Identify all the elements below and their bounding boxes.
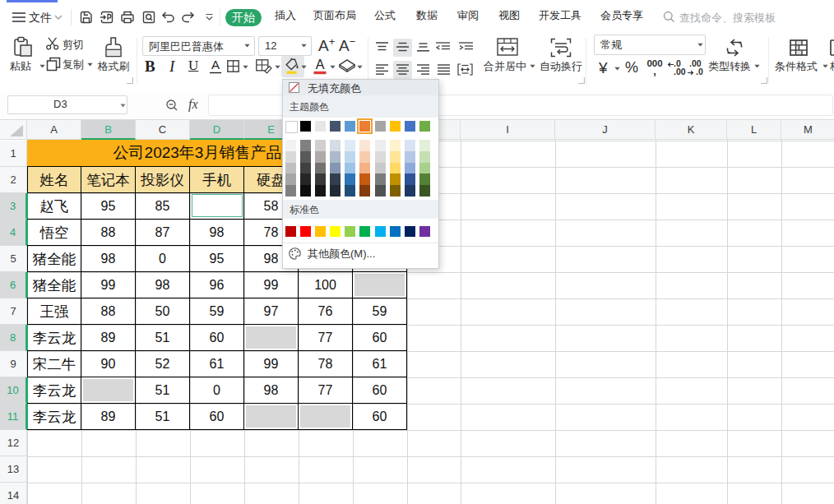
svg-text:A: A xyxy=(211,59,220,72)
svg-text:A: A xyxy=(316,58,325,72)
